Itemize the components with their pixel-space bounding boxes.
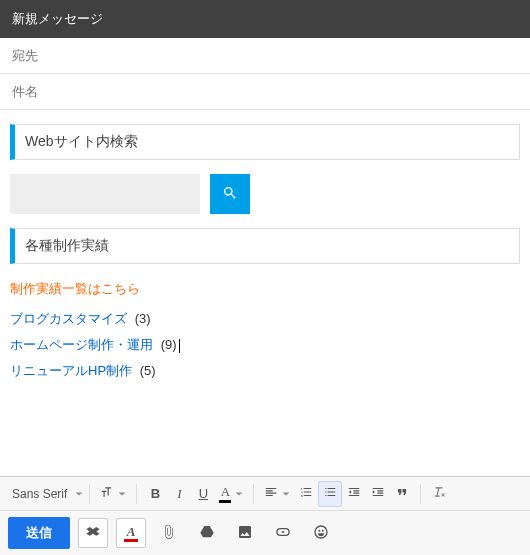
insert-photo-button[interactable] — [230, 518, 260, 548]
subject-row[interactable] — [0, 74, 530, 110]
font-family-select[interactable]: Sans Serif — [6, 487, 71, 501]
drive-button[interactable] — [192, 518, 222, 548]
align-button[interactable] — [260, 481, 294, 507]
bulleted-list-button[interactable] — [318, 481, 342, 507]
category-link[interactable]: ホームページ制作・運用 — [10, 337, 153, 352]
bold-button[interactable]: B — [143, 481, 167, 507]
image-icon — [237, 524, 253, 543]
font-size-icon — [100, 485, 114, 502]
paperclip-icon — [161, 524, 177, 543]
compose-body[interactable]: Webサイト内検索 各種制作実績 制作実績一覧はこちら ブログカスタマイズ (3… — [0, 124, 530, 398]
underline-button[interactable]: U — [191, 481, 215, 507]
chevron-down-icon — [118, 486, 126, 501]
site-search-input[interactable] — [10, 174, 200, 214]
indent-more-button[interactable] — [366, 481, 390, 507]
list-item: リニューアルHP制作 (5) — [10, 362, 520, 380]
link-icon — [275, 524, 291, 543]
category-count: (5) — [140, 363, 156, 378]
drive-icon — [199, 524, 215, 543]
text-color-button[interactable]: A — [215, 481, 247, 507]
numbered-list-button[interactable] — [294, 481, 318, 507]
works-all-link[interactable]: 制作実績一覧はこちら — [10, 280, 520, 298]
remove-formatting-button[interactable] — [427, 481, 451, 507]
category-count: (3) — [135, 311, 151, 326]
dropbox-button[interactable] — [78, 518, 108, 548]
formatting-toolbar: Sans Serif B I U A — [0, 477, 530, 511]
site-search-button[interactable] — [210, 174, 250, 214]
italic-button[interactable]: I — [167, 481, 191, 507]
category-link[interactable]: リニューアルHP制作 — [10, 363, 132, 378]
insert-emoji-button[interactable] — [306, 518, 336, 548]
list-item: ホームページ制作・運用 (9) — [10, 336, 520, 354]
indent-increase-icon — [371, 485, 385, 502]
align-left-icon — [264, 485, 278, 502]
list-ul-icon — [323, 485, 337, 502]
section-header-search: Webサイト内検索 — [10, 124, 520, 160]
format-a-icon: A — [124, 524, 138, 542]
list-item: ブログカスタマイズ (3) — [10, 310, 520, 328]
clear-format-icon — [432, 485, 446, 502]
indent-decrease-icon — [347, 485, 361, 502]
emoji-icon — [313, 524, 329, 543]
text-cursor — [179, 339, 180, 353]
chevron-down-icon — [282, 486, 290, 501]
category-link[interactable]: ブログカスタマイズ — [10, 311, 127, 326]
window-title: 新規メッセージ — [0, 0, 530, 38]
font-size-button[interactable] — [96, 481, 130, 507]
dropbox-icon — [85, 524, 101, 543]
text-format-button[interactable]: A — [116, 518, 146, 548]
search-icon — [222, 185, 238, 204]
attach-button[interactable] — [154, 518, 184, 548]
subject-input[interactable] — [12, 84, 518, 99]
quote-button[interactable] — [390, 481, 414, 507]
send-button[interactable]: 送信 — [8, 517, 70, 549]
section-header-works: 各種制作実績 — [10, 228, 520, 264]
chevron-down-icon — [235, 486, 243, 501]
list-ol-icon — [299, 485, 313, 502]
category-count: (9) — [161, 337, 177, 352]
category-list: ブログカスタマイズ (3) ホームページ制作・運用 (9) リニューアルHP制作… — [10, 310, 520, 380]
recipients-input[interactable] — [12, 48, 518, 63]
quote-icon — [395, 485, 409, 502]
chevron-down-icon — [75, 486, 83, 501]
indent-less-button[interactable] — [342, 481, 366, 507]
action-toolbar: 送信 A — [0, 511, 530, 555]
insert-link-button[interactable] — [268, 518, 298, 548]
recipients-row[interactable] — [0, 38, 530, 74]
bottom-toolbars: Sans Serif B I U A — [0, 476, 530, 555]
